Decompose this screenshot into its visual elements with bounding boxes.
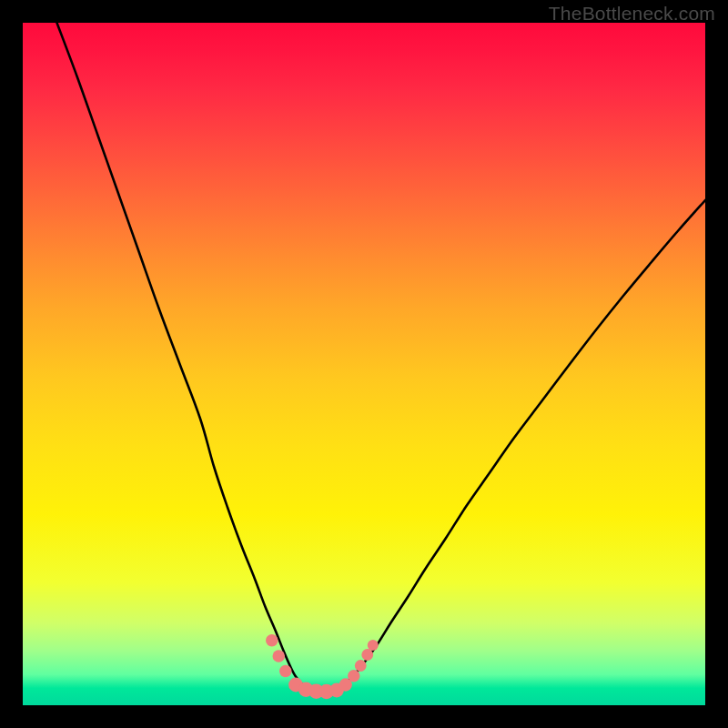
chart-frame: TheBottleneck.com (0, 0, 728, 728)
marker-point (348, 670, 360, 682)
watermark-text: TheBottleneck.com (549, 3, 715, 25)
marker-point (266, 634, 278, 647)
marker-point (361, 649, 373, 661)
plot-area (23, 23, 705, 705)
marker-point (368, 640, 379, 651)
curve-left-curve (57, 23, 324, 692)
marker-point (279, 665, 292, 678)
marker-point (355, 660, 367, 672)
curve-right-curve (323, 200, 705, 692)
chart-svg (23, 23, 705, 705)
marker-point (273, 650, 286, 662)
